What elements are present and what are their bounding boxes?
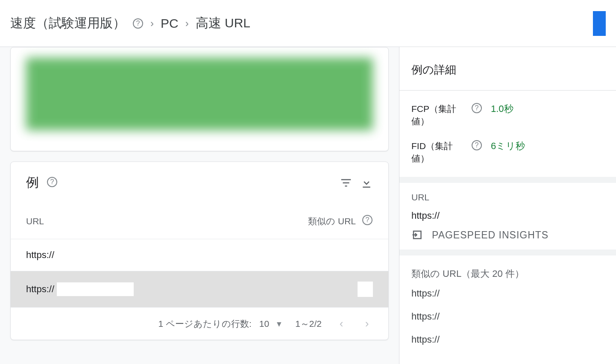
metric-row: FCP（集計値） ? 1.0秒 [411,103,604,128]
table-pager: 1 ページあたりの行数: 10 ▾ 1～2/2 ‹ › [11,307,388,340]
metric-value: 6ミリ秒 [491,140,525,153]
help-icon[interactable]: ? [362,214,373,228]
pager-prev-icon[interactable]: ‹ [335,317,347,330]
url-value: https:// [411,210,604,221]
examples-title: 例 [26,174,39,191]
help-icon[interactable]: ? [132,18,144,29]
examples-card: 例 ? URL 類似の URL ? [10,161,389,340]
metric-row: FID（集計値） ? 6ミリ秒 [411,140,604,165]
details-panel: 例の詳細 FCP（集計値） ? 1.0秒 FID（集計値） ? 6ミリ秒 URL… [399,47,616,364]
similar-urls-label: 類似の URL（最大 20 件） [411,267,604,280]
help-icon[interactable]: ? [471,140,482,153]
header-action-button[interactable] [593,11,606,36]
chevron-right-icon: › [150,18,154,29]
pagespeed-insights-label: PAGESPEED INSIGHTS [432,229,549,241]
help-icon[interactable]: ? [471,103,482,115]
main-panel: 例 ? URL 類似の URL ? [0,47,399,364]
breadcrumb-leaf: 高速 URL [196,15,250,32]
svg-text:?: ? [366,216,370,223]
details-title: 例の詳細 [411,62,604,77]
pager-range: 1～2/2 [295,318,322,330]
table-row[interactable]: https:// [11,239,388,271]
download-icon[interactable] [360,176,373,189]
column-similar: 類似の URL [308,215,356,227]
chart-placeholder [26,58,373,130]
examples-columns: URL 類似の URL ? [11,203,388,239]
redacted-block [358,282,373,297]
url-cell: https:// [26,250,54,261]
breadcrumb-root[interactable]: 速度（試験運用版） [10,15,126,32]
table-row[interactable]: https:// [11,271,388,307]
dropdown-icon[interactable]: ▾ [277,319,282,329]
url-cell: https:// [26,284,54,295]
filter-icon[interactable] [340,176,352,189]
help-icon[interactable]: ? [47,176,58,189]
metric-label: FCP（集計値） [411,103,463,128]
metric-value: 1.0秒 [491,103,513,115]
rows-per-page-value[interactable]: 10 [259,319,269,329]
similar-url-item[interactable]: https:// [411,311,604,322]
pagespeed-insights-link[interactable]: PAGESPEED INSIGHTS [411,229,604,242]
redacted-block [57,282,134,296]
rows-per-page-label: 1 ページあたりの行数: [158,318,251,330]
svg-text:?: ? [50,178,54,185]
chevron-right-icon: › [185,18,189,29]
similar-url-item[interactable]: https:// [411,288,604,299]
breadcrumb-platform[interactable]: PC [161,16,179,31]
svg-text:?: ? [475,141,479,149]
svg-text:?: ? [136,20,140,27]
svg-text:?: ? [475,104,479,112]
pager-next-icon[interactable]: › [361,317,373,330]
similar-url-item[interactable]: https:// [411,334,604,345]
url-section-label: URL [411,192,604,203]
metric-label: FID（集計値） [411,140,463,165]
breadcrumb-header: 速度（試験運用版） ? › PC › 高速 URL [0,0,616,47]
chart-card [10,47,389,151]
column-url: URL [26,216,308,226]
